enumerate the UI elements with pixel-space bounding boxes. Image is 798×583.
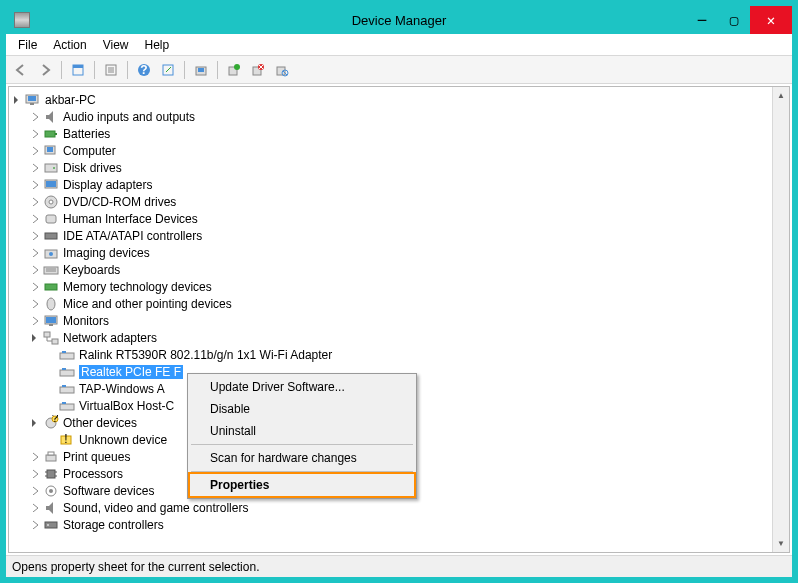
expand-icon[interactable] (29, 145, 41, 157)
cm-uninstall[interactable]: Uninstall (190, 420, 414, 442)
svg-point-35 (49, 252, 53, 256)
statusbar: Opens property sheet for the current sel… (6, 555, 792, 577)
expand-icon[interactable] (29, 264, 41, 276)
disable-button[interactable] (271, 59, 293, 81)
device-icon (43, 500, 59, 516)
tree-item[interactable]: Disk drives (11, 159, 770, 176)
tree-label: IDE ATA/ATAPI controllers (63, 229, 202, 243)
tree-item[interactable]: Monitors (11, 312, 770, 329)
minimize-button[interactable]: ─ (686, 6, 718, 34)
expand-icon[interactable] (29, 179, 41, 191)
scroll-down-button[interactable]: ▼ (773, 535, 789, 552)
uninstall-button[interactable] (247, 59, 269, 81)
help-button[interactable]: ? (133, 59, 155, 81)
expand-icon[interactable] (29, 519, 41, 531)
menu-file[interactable]: File (10, 36, 45, 54)
menu-action[interactable]: Action (45, 36, 94, 54)
tree-item[interactable]: Ralink RT5390R 802.11b/g/n 1x1 Wi-Fi Ada… (11, 346, 770, 363)
tree-item[interactable]: Sound, video and game controllers (11, 499, 770, 516)
tree-item[interactable]: Imaging devices (11, 244, 770, 261)
svg-rect-44 (44, 332, 50, 337)
tree-item[interactable]: Memory technology devices (11, 278, 770, 295)
properties-button[interactable] (100, 59, 122, 81)
tree-label: Network adapters (63, 331, 157, 345)
expand-icon[interactable] (29, 128, 41, 140)
expand-icon[interactable] (29, 315, 41, 327)
maximize-button[interactable]: ▢ (718, 6, 750, 34)
tree-item[interactable]: Audio inputs and outputs (11, 108, 770, 125)
device-icon (43, 194, 59, 210)
show-hide-button[interactable] (67, 59, 89, 81)
device-icon (43, 296, 59, 312)
toolbar-button[interactable] (157, 59, 179, 81)
device-icon (43, 262, 59, 278)
collapse-icon[interactable] (29, 417, 41, 429)
expand-icon[interactable] (29, 468, 41, 480)
expand-icon[interactable] (29, 230, 41, 242)
svg-rect-51 (62, 385, 66, 387)
update-driver-button[interactable] (223, 59, 245, 81)
cm-separator (191, 444, 413, 445)
expand-icon[interactable] (29, 162, 41, 174)
expand-icon[interactable] (29, 247, 41, 259)
expand-icon[interactable] (29, 213, 41, 225)
expand-icon[interactable] (29, 485, 41, 497)
close-button[interactable]: ✕ (750, 6, 792, 34)
tree-root[interactable]: akbar-PC (11, 91, 770, 108)
tree-item[interactable]: DVD/CD-ROM drives (11, 193, 770, 210)
menu-help[interactable]: Help (137, 36, 178, 54)
tree-label: Keyboards (63, 263, 120, 277)
svg-rect-20 (28, 96, 36, 101)
collapse-icon[interactable] (11, 94, 23, 106)
svg-rect-61 (47, 470, 55, 478)
svg-rect-22 (45, 131, 55, 137)
svg-rect-68 (45, 522, 57, 528)
svg-rect-52 (60, 404, 74, 410)
tree-item[interactable]: Storage controllers (11, 516, 770, 533)
unknown-device-icon: ! (59, 432, 75, 448)
expand-icon[interactable] (29, 502, 41, 514)
svg-rect-43 (49, 324, 53, 326)
svg-point-40 (47, 298, 55, 310)
cm-update-driver[interactable]: Update Driver Software... (190, 376, 414, 398)
device-icon (43, 228, 59, 244)
toolbar-separator (127, 61, 128, 79)
device-icon (43, 449, 59, 465)
back-button[interactable] (10, 59, 32, 81)
tree-item[interactable]: Computer (11, 142, 770, 159)
expand-icon[interactable] (29, 111, 41, 123)
tree-label: VirtualBox Host-C (79, 399, 174, 413)
toolbar-separator (184, 61, 185, 79)
expand-icon[interactable] (29, 298, 41, 310)
device-icon (43, 109, 59, 125)
tree-item[interactable]: Display adapters (11, 176, 770, 193)
tree-item[interactable]: IDE ATA/ATAPI controllers (11, 227, 770, 244)
svg-point-67 (49, 489, 53, 493)
scroll-up-button[interactable]: ▲ (773, 87, 789, 104)
cm-scan[interactable]: Scan for hardware changes (190, 447, 414, 469)
network-icon (43, 330, 59, 346)
tree-item[interactable]: Human Interface Devices (11, 210, 770, 227)
tree-item[interactable]: Keyboards (11, 261, 770, 278)
cm-properties[interactable]: Properties (188, 472, 416, 498)
menu-view[interactable]: View (95, 36, 137, 54)
cm-disable[interactable]: Disable (190, 398, 414, 420)
device-icon (43, 313, 59, 329)
device-icon (43, 466, 59, 482)
expand-icon[interactable] (29, 451, 41, 463)
tree-item-network[interactable]: Network adapters (11, 329, 770, 346)
tree-item[interactable]: Batteries (11, 125, 770, 142)
scan-button[interactable] (190, 59, 212, 81)
network-adapter-icon (59, 381, 75, 397)
vertical-scrollbar[interactable]: ▲ ▼ (772, 87, 789, 552)
svg-rect-50 (60, 387, 74, 393)
status-text: Opens property sheet for the current sel… (12, 560, 259, 574)
svg-rect-46 (60, 353, 74, 359)
forward-button[interactable] (34, 59, 56, 81)
expand-icon[interactable] (29, 281, 41, 293)
tree-label: Human Interface Devices (63, 212, 198, 226)
expand-icon[interactable] (29, 196, 41, 208)
tree-item[interactable]: Mice and other pointing devices (11, 295, 770, 312)
collapse-icon[interactable] (29, 332, 41, 344)
svg-rect-32 (46, 215, 56, 223)
